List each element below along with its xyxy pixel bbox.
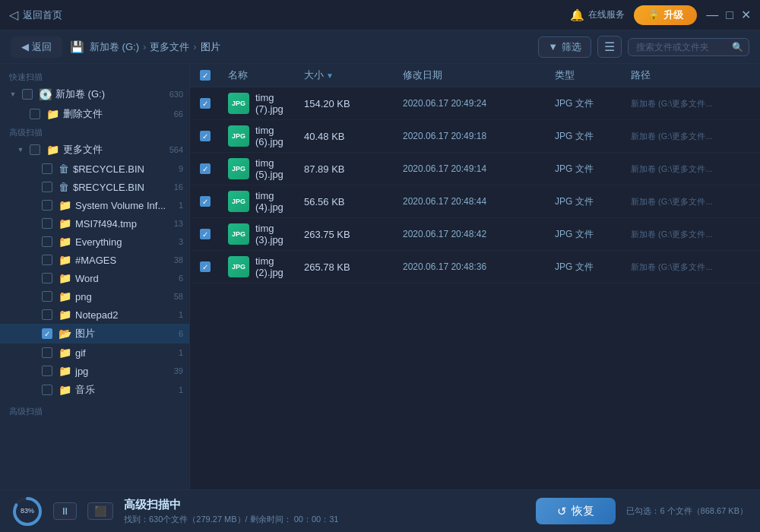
sidebar-item-everything[interactable]: 📁Everything3 [0, 233, 189, 251]
sidebar-item-music[interactable]: 📁音乐1 [0, 380, 189, 400]
item-checkbox[interactable] [42, 163, 52, 174]
table-row[interactable]: ✓ JPG timg (4).jpg 56.56 KB 2020.06.17 2… [190, 185, 760, 218]
sidebar-item-more-files[interactable]: ▼📁更多文件564 [0, 140, 189, 160]
sidebar-item-notepad2[interactable]: 📁Notepad21 [0, 306, 189, 324]
window-controls: — □ ✕ [706, 8, 751, 22]
titlebar-right: 🔔 在线服务 🔒 升级 — □ ✕ [570, 5, 751, 25]
sidebar-item-recycle1[interactable]: 🗑$RECYCLE.BIN9 [0, 160, 189, 178]
item-checkbox[interactable] [42, 218, 52, 229]
scan-info: 高级扫描中 找到：630个文件（279.27 MB）/ 剩余时间： 00：00：… [124, 498, 525, 525]
row-type: JPG 文件 [555, 261, 631, 274]
file-checkbox[interactable]: ✓ [200, 163, 211, 174]
header-checkbox[interactable]: ✓ [200, 70, 211, 81]
item-checkbox[interactable] [42, 182, 52, 192]
sidebar-item-word[interactable]: 📁Word6 [0, 269, 189, 287]
file-checkbox[interactable]: ✓ [200, 131, 211, 141]
back-home[interactable]: ◁ 返回首页 [9, 8, 62, 22]
row-checkbox[interactable]: ✓ [198, 163, 228, 174]
folder-icon: 📁 [59, 272, 71, 284]
maximize-button[interactable]: □ [726, 8, 733, 22]
row-filename: JPG timg (4).jpg [228, 190, 304, 213]
row-checkbox[interactable]: ✓ [198, 229, 228, 239]
expand-icon [27, 328, 38, 339]
expand-icon [27, 218, 38, 229]
back-arrow-icon: ◁ [9, 8, 18, 22]
jpg-icon: JPG [228, 93, 249, 114]
online-service[interactable]: 🔔 在线服务 [570, 8, 625, 22]
navbar: ◀ 返回 💾 新加卷 (G:) › 更多文件 › 图片 ▼ 筛选 ☰ 🔍 [0, 30, 760, 64]
breadcrumb-folder2[interactable]: 图片 [201, 40, 220, 54]
breadcrumb-disk[interactable]: 新加卷 (G:) [90, 40, 139, 54]
minimize-button[interactable]: — [706, 8, 718, 22]
table-row[interactable]: ✓ JPG timg (6).jpg 40.48 KB 2020.06.17 2… [190, 120, 760, 153]
sidebar-item-jpg[interactable]: 📁jpg39 [0, 362, 189, 380]
item-checkbox[interactable] [42, 366, 52, 376]
table-row[interactable]: ✓ JPG timg (2).jpg 265.78 KB 2020.06.17 … [190, 251, 760, 283]
row-checkbox[interactable]: ✓ [198, 131, 228, 141]
row-checkbox[interactable]: ✓ [198, 261, 228, 272]
sidebar-item-msi-tmp[interactable]: 📁MSI7f494.tmp13 [0, 214, 189, 233]
row-checkbox[interactable]: ✓ [198, 98, 228, 109]
col-size[interactable]: 大小 ▼ [304, 68, 403, 82]
upgrade-button[interactable]: 🔒 升级 [634, 5, 697, 25]
sidebar-item-gif[interactable]: 📁gif1 [0, 344, 189, 362]
restore-button[interactable]: ↺ 恢复 [536, 498, 616, 524]
table-row[interactable]: ✓ JPG timg (7).jpg 154.20 KB 2020.06.17 … [190, 87, 760, 120]
table-row[interactable]: ✓ JPG timg (5).jpg 87.89 KB 2020.06.17 2… [190, 153, 760, 185]
item-checkbox[interactable] [30, 144, 40, 155]
list-icon: ☰ [604, 40, 615, 53]
file-checkbox[interactable]: ✓ [200, 229, 211, 239]
row-filename: JPG timg (7).jpg [228, 92, 304, 115]
close-button[interactable]: ✕ [741, 8, 751, 22]
item-checkbox[interactable] [42, 273, 52, 283]
folder-icon: 🗑 [59, 163, 69, 175]
item-checkbox[interactable] [42, 385, 52, 395]
sidebar-item-pictures[interactable]: ✓📂图片6 [0, 324, 189, 344]
item-checkbox[interactable] [42, 236, 52, 247]
col-name: 名称 [228, 68, 304, 82]
sidebar-item-count: 58 [174, 292, 183, 301]
sidebar-item-count: 6 [179, 329, 183, 338]
sidebar-item-deleted-files[interactable]: 📁删除文件66 [0, 104, 189, 124]
file-checkbox[interactable]: ✓ [200, 261, 211, 272]
back-home-label: 返回首页 [23, 8, 62, 22]
table-row[interactable]: ✓ JPG timg (3).jpg 263.75 KB 2020.06.17 … [190, 218, 760, 251]
item-checkbox[interactable]: ✓ [42, 328, 52, 339]
filter-button[interactable]: ▼ 筛选 [538, 36, 591, 58]
scan-pause-button[interactable]: ⏸ [53, 502, 77, 520]
col-type: 类型 [555, 68, 631, 82]
file-checkbox[interactable]: ✓ [200, 98, 211, 109]
breadcrumb-folder1[interactable]: 更多文件 [150, 40, 189, 54]
list-view-button[interactable]: ☰ [597, 36, 622, 58]
sidebar-item-label: 删除文件 [63, 107, 169, 121]
sidebar-item-png[interactable]: 📁png58 [0, 287, 189, 306]
sidebar-item-label: 新加卷 (G:) [55, 87, 165, 101]
quick-scan-label: 快速扫描 [0, 68, 189, 84]
scan-stop-button[interactable]: ⬛ [87, 502, 113, 520]
item-checkbox[interactable] [42, 291, 52, 302]
item-checkbox[interactable] [42, 200, 52, 211]
sidebar-item-count: 38 [174, 255, 183, 264]
item-checkbox[interactable] [42, 309, 52, 320]
sidebar-item-disk-root[interactable]: ▼💽新加卷 (G:)630 [0, 84, 189, 104]
sidebar-item-system-volume[interactable]: 📁System Volume Inf...1 [0, 196, 189, 214]
item-checkbox[interactable] [30, 109, 40, 119]
item-checkbox[interactable] [22, 89, 33, 100]
row-filename: JPG timg (3).jpg [228, 223, 304, 245]
row-checkbox[interactable]: ✓ [198, 196, 228, 207]
row-path: 新加卷 (G:\更多文件... [631, 163, 752, 175]
sidebar-item-mages[interactable]: 📁#MAGES38 [0, 251, 189, 269]
expand-icon [27, 273, 38, 283]
file-checkbox[interactable]: ✓ [200, 196, 211, 207]
search-input[interactable] [636, 42, 727, 52]
sidebar-item-count: 1 [179, 385, 183, 394]
search-box[interactable]: 🔍 [628, 38, 749, 56]
item-checkbox[interactable] [42, 347, 52, 358]
sidebar-item-label: 更多文件 [63, 143, 165, 157]
sidebar-item-count: 39 [174, 366, 183, 375]
sidebar-item-label: 图片 [75, 327, 174, 340]
folder-icon: 📁 [59, 199, 71, 211]
nav-back-button[interactable]: ◀ 返回 [11, 36, 62, 58]
item-checkbox[interactable] [42, 255, 52, 265]
sidebar-item-recycle2[interactable]: 🗑$RECYCLE.BIN16 [0, 178, 189, 196]
